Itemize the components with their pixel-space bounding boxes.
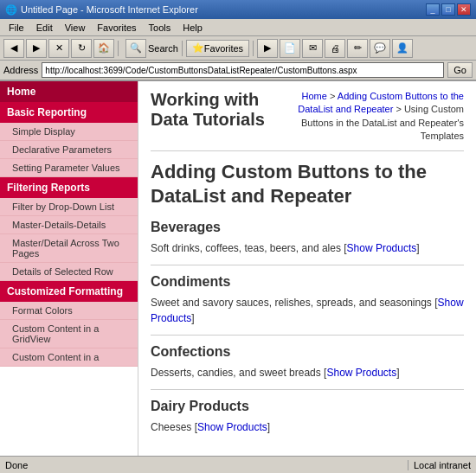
stop-button[interactable]: ✕ [48, 39, 69, 58]
search-area: 🔍 Search [125, 39, 178, 58]
title-bar: 🌐 Untitled Page - Microsoft Internet Exp… [0, 0, 476, 19]
close-button[interactable]: ✕ [457, 3, 471, 16]
sidebar-item-custom-content-2[interactable]: Custom Content in a [0, 348, 138, 367]
show-products-beverages[interactable]: Show Products [347, 242, 417, 254]
window-controls[interactable]: _ □ ✕ [426, 3, 471, 16]
sidebar-section-filtering-reports[interactable]: Filtering Reports [0, 177, 138, 198]
sidebar-item-master-details[interactable]: Master-Details-Details [0, 216, 138, 234]
category-title-dairy: Dairy Products [151, 399, 464, 414]
category-desc-beverages: Soft drinks, coffees, teas, beers, and a… [151, 240, 464, 256]
browser-icon: 🌐 [5, 4, 17, 16]
category-desc-confections: Desserts, candies, and sweet breads [Sho… [151, 365, 464, 380]
sidebar-section-basic-reporting[interactable]: Basic Reporting [0, 102, 138, 123]
menu-file[interactable]: File [3, 22, 29, 34]
status-zone: Local intranet [408, 460, 471, 470]
sidebar-item-custom-content-gridview[interactable]: Custom Content in a GridView [0, 320, 138, 348]
go-button[interactable]: Go [447, 62, 473, 78]
toolbar-sep1 [118, 41, 119, 56]
category-title-confections: Confections [151, 344, 464, 360]
print-button[interactable]: 🖨 [325, 39, 345, 58]
sidebar-item-simple-display[interactable]: Simple Display [0, 123, 138, 141]
site-title: Working with Data Tutorials [151, 90, 273, 130]
favorites-button[interactable]: ⭐ Favorites [186, 40, 249, 57]
media-button[interactable]: ▶ [257, 39, 278, 58]
status-text: Done [5, 460, 28, 470]
sidebar-item-setting-parameter-values[interactable]: Setting Parameter Values [0, 159, 138, 177]
category-title-beverages: Beverages [151, 220, 464, 235]
minimize-button[interactable]: _ [426, 3, 440, 16]
search-label: Search [148, 43, 178, 54]
back-button[interactable]: ◀ [3, 39, 24, 58]
menu-tools[interactable]: Tools [144, 22, 177, 34]
show-products-confections[interactable]: Show Products [326, 367, 396, 379]
discuss-button[interactable]: 💬 [370, 39, 390, 58]
menu-favorites[interactable]: Favorites [92, 22, 141, 34]
show-products-dairy[interactable]: Show Products [197, 421, 267, 433]
status-right: Local intranet [408, 460, 471, 470]
forward-button[interactable]: ▶ [26, 39, 47, 58]
toolbar-sep3 [253, 41, 254, 56]
history-button[interactable]: 📄 [280, 39, 300, 58]
page-title: Adding Custom Buttons to the DataList an… [151, 160, 464, 209]
site-header: Working with Data Tutorials Home > Addin… [151, 90, 464, 151]
address-label: Address [3, 65, 38, 75]
sidebar: Home Basic Reporting Simple Display Decl… [0, 81, 138, 473]
refresh-button[interactable]: ↻ [71, 39, 92, 58]
toolbar: ◀ ▶ ✕ ↻ 🏠 🔍 Search ⭐ Favorites ▶ 📄 ✉ 🖨 ✏… [0, 36, 476, 61]
window-title: Untitled Page - Microsoft Internet Explo… [21, 4, 198, 15]
breadcrumb: Home > Adding Custom Buttons to the Data… [273, 90, 464, 144]
menu-bar: File Edit View Favorites Tools Help [0, 19, 476, 36]
menu-edit[interactable]: Edit [31, 22, 58, 34]
category-title-condiments: Condiments [151, 274, 464, 290]
page-content: Home Basic Reporting Simple Display Decl… [0, 81, 476, 473]
breadcrumb-home[interactable]: Home [302, 91, 327, 101]
mail-button[interactable]: ✉ [302, 39, 323, 58]
category-desc-condiments: Sweet and savory sauces, relishes, sprea… [151, 295, 464, 326]
menu-help[interactable]: Help [177, 22, 208, 34]
address-input[interactable] [42, 62, 444, 78]
messenger-button[interactable]: 👤 [392, 39, 413, 58]
home-button[interactable]: 🏠 [93, 39, 114, 58]
menu-view[interactable]: View [60, 22, 91, 34]
sidebar-item-format-colors[interactable]: Format Colors [0, 302, 138, 320]
sidebar-home[interactable]: Home [0, 81, 138, 102]
main-content: Working with Data Tutorials Home > Addin… [138, 81, 476, 473]
sidebar-item-filter-dropdown[interactable]: Filter by Drop-Down List [0, 198, 138, 216]
maximize-button[interactable]: □ [441, 3, 455, 16]
sidebar-section-customized-formatting[interactable]: Customized Formatting [0, 281, 138, 302]
divider-1 [151, 265, 464, 265]
toolbar-sep2 [182, 41, 183, 56]
edit-button[interactable]: ✏ [347, 39, 368, 58]
sidebar-item-master-detail-two-pages[interactable]: Master/Detail Across Two Pages [0, 234, 138, 263]
divider-2 [151, 335, 464, 336]
sidebar-item-details-selected-row[interactable]: Details of Selected Row [0, 263, 138, 281]
address-bar: Address Go [0, 61, 476, 81]
category-desc-dairy: Cheeses [Show Products] [151, 419, 464, 435]
divider-3 [151, 389, 464, 390]
sidebar-item-declarative-parameters[interactable]: Declarative Parameters [0, 141, 138, 159]
status-bar: Done Local intranet [0, 456, 476, 473]
search-icon[interactable]: 🔍 [125, 39, 146, 58]
